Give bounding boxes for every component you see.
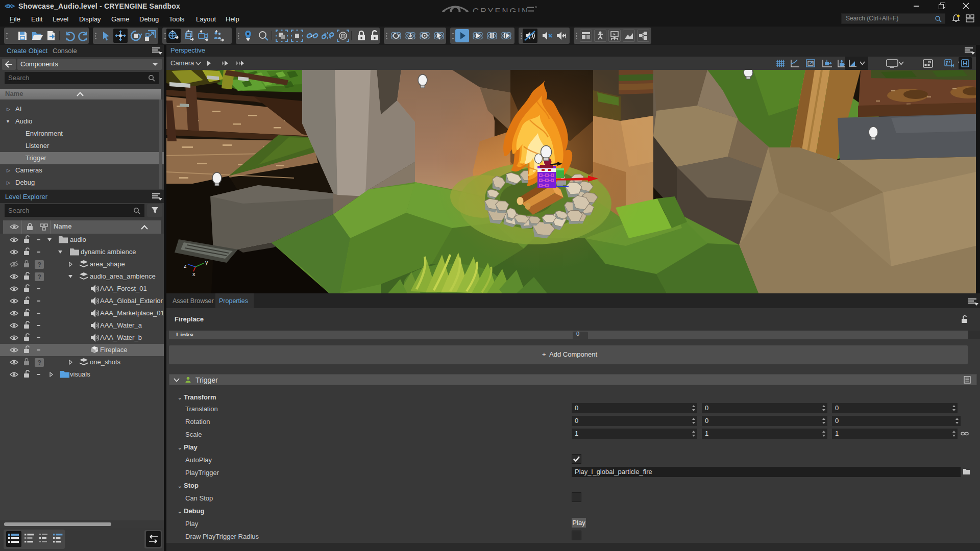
svg-text:H: H: [951, 63, 954, 68]
svg-text:x: x: [192, 271, 195, 277]
svg-text:y: y: [205, 259, 208, 265]
svg-text:z: z: [184, 263, 187, 269]
